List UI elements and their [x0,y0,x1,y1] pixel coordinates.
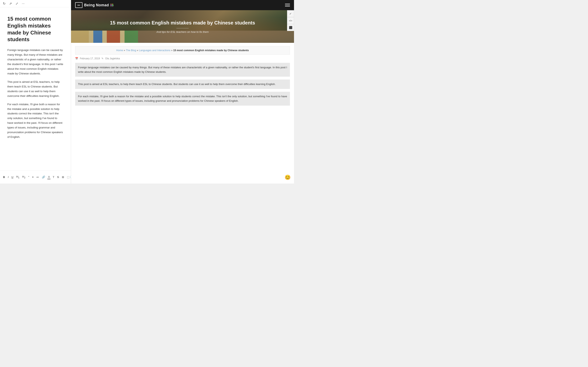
text-icon[interactable]: T [52,175,55,179]
logo-box-text: BN [78,4,80,6]
bottom-toolbar: B I U H1 H2 " ≡ ≔ 🔗 A T S ⊞ ⬚ 🕐 129 单词 ▾ [0,170,71,184]
hero-section: 15 most common English mistakes made by … [71,10,294,43]
link-icon[interactable]: 🔗 [41,175,46,179]
editor-area[interactable]: 15 most common English mistakes made by … [0,7,71,170]
breadcrumb-category[interactable]: Languages and Interactions [139,49,170,52]
hero-title: 15 most common English mistakes made by … [104,20,261,26]
site-content: Home » The Blog » Languages and Interact… [71,43,294,184]
more-icon[interactable]: ··· [22,2,25,6]
bold-icon[interactable]: B [2,175,6,179]
breadcrumb-sep-3: » [171,49,173,52]
breadcrumb-sep-1: » [124,49,126,52]
breadcrumb-sep-2: » [137,49,139,52]
expand-icon[interactable]: ⤢ [16,2,18,6]
breadcrumb-home[interactable]: Home [116,49,123,52]
hero-divider [176,28,189,28]
post-date: February 17, 2019 [80,57,100,60]
underline-icon[interactable]: U [11,175,14,179]
hamburger-line-1 [285,4,290,4]
quote-icon[interactable]: " [27,175,30,179]
site-header: BN Being Nomad 👫 [71,0,294,10]
editor-para-1: Foreign language mistakes can be caused … [7,48,63,76]
table-icon[interactable]: ⊞ [61,175,65,179]
hamburger-line-3 [285,6,290,7]
share-icon[interactable]: ⇗ [9,2,12,6]
breadcrumb-current: 15 most common English mistakes made by … [173,49,249,52]
breadcrumb-blog[interactable]: The Blog [126,49,136,52]
italic-icon[interactable]: I [7,175,9,179]
hamburger-menu[interactable] [285,4,290,7]
list-ul-icon[interactable]: ≡ [31,175,34,179]
logo-box: BN [75,2,82,8]
code-icon[interactable]: ≺/≻ [287,17,294,24]
article-para-1: Foreign language mistakes can be caused … [75,63,290,77]
breadcrumb: Home » The Blog » Languages and Interact… [75,46,290,55]
post-author: Ola Jagielska [105,57,120,60]
stack-icon[interactable]: ⬛ [287,24,294,31]
image-icon[interactable]: ⬚ [66,175,70,179]
left-panel: ↻ ⇗ ⤢ ··· 15 most common English mistake… [0,0,71,184]
top-toolbar: ↻ ⇗ ⤢ ··· [0,0,71,7]
logo-figure-icon: 👫 [110,3,114,7]
strikethrough-icon[interactable]: S [57,175,60,179]
text-color-icon[interactable]: A [47,175,51,179]
editor-para-2: This post is aimed at ESL teachers, to h… [7,80,63,99]
meta-row: 📅 February 17, 2019 ✎ Ola Jagielska [75,57,290,60]
format-icons: B I U H1 H2 " ≡ ≔ 🔗 A T S ⊞ ⬚ [2,175,70,179]
site-logo: BN Being Nomad 👫 [75,2,114,8]
author-icon: ✎ [102,57,104,60]
editor-title: 15 most common English mistakes made by … [7,16,63,43]
floating-emoji[interactable]: 😊 [285,175,291,180]
heading1-icon[interactable]: H1 [16,175,20,179]
logo-text: Being Nomad [84,3,109,7]
check-icon[interactable]: ✓ [287,10,294,17]
heading2-icon[interactable]: H2 [22,175,26,179]
editor-body: Foreign language mistakes can be caused … [7,48,63,140]
hamburger-line-2 [285,5,290,5]
editor-para-3: For each mistake, I'll give both a reaso… [7,102,63,140]
side-icons: ✓ ≺/≻ ⬛ [287,10,294,31]
list-ol-icon[interactable]: ≔ [36,175,40,179]
calendar-icon: 📅 [75,57,78,60]
hero-subtitle: And tips for ESL teachers on how to fix … [156,30,209,33]
right-panel: BN Being Nomad 👫 15 most common English … [71,0,294,184]
article-para-2: This post is aimed at ESL teachers, to h… [75,80,290,89]
article-para-3: For each mistake, I'll give both a reaso… [75,92,290,106]
refresh-icon[interactable]: ↻ [3,2,6,6]
